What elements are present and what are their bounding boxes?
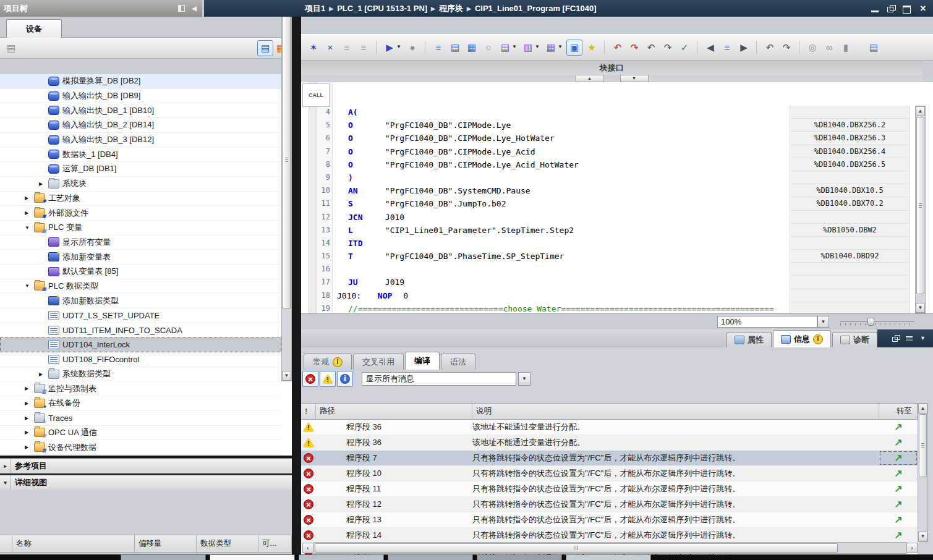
expand-inspector-button[interactable]: ▼	[919, 335, 927, 342]
taskbar-button[interactable]	[299, 554, 384, 560]
scrollbar-thumb[interactable]	[919, 414, 927, 477]
code-line[interactable]: 12 JCN J010	[301, 211, 790, 224]
navigate-block-icon[interactable]: ▶▼	[382, 40, 397, 55]
filter-info-button[interactable]	[337, 371, 353, 387]
severity-column-header[interactable]: !	[301, 404, 316, 419]
breadcrumb-item[interactable]: 项目1	[305, 3, 325, 14]
goto-cell[interactable]: ↗	[879, 497, 918, 512]
tree-item[interactable]: UDT104_InterLock	[0, 337, 281, 352]
insert-row-icon[interactable]: ≡	[339, 40, 354, 55]
restore-window-settings-icon[interactable]: ↷	[660, 40, 675, 55]
goto-next-error-icon[interactable]: ▶	[736, 40, 751, 55]
expander-icon[interactable]: ▶	[25, 386, 34, 391]
consistency-check-icon[interactable]: ✓	[677, 40, 692, 55]
tree-item[interactable]: ▶ ∿ Traces	[0, 411, 281, 426]
close-button[interactable]: ×	[918, 4, 928, 13]
hscrollbar-thumb[interactable]	[315, 543, 838, 553]
message-row[interactable]: 程序段 36 该地址不能通过变量进行分配。 ↗	[301, 435, 918, 451]
code-line[interactable]: 5 O "PrgFC1040_DB".CIPMode.Lye	[301, 119, 790, 132]
scrollbar-thumb[interactable]	[283, 11, 291, 309]
tree-item[interactable]: 显示所有变量	[0, 235, 281, 250]
free-comment-icon[interactable]: ▣	[566, 40, 582, 56]
expander-icon[interactable]: ▶	[25, 401, 34, 406]
add-row-icon[interactable]: ≡	[356, 40, 371, 55]
goto-cell[interactable]: ↗	[879, 435, 918, 450]
next-bookmark-icon[interactable]: ↷	[779, 40, 794, 55]
details-view-bar[interactable]: ▾ 详细视图	[0, 475, 292, 491]
code-line[interactable]: 7 O "PrgFC1040_DB".CIPMode.Lye_Acid	[301, 145, 790, 158]
discard-changes-icon[interactable]: ↶	[610, 40, 625, 55]
details-view-icon[interactable]: ▤	[257, 40, 273, 56]
tab-devices[interactable]: 设备	[6, 19, 62, 38]
taskbar-button[interactable]	[121, 554, 206, 560]
operand-display-icon[interactable]: ▥▼	[521, 40, 535, 55]
tree-item[interactable]: ▶ ▣ 外部源文件	[0, 206, 281, 221]
path-column-header[interactable]: 路径	[316, 404, 472, 419]
tree-item[interactable]: 输入输出快_DB_3 [DB12]	[0, 133, 281, 148]
collapse-panel-icon[interactable]: ◀	[190, 5, 198, 12]
tree-item[interactable]: ▶ ✱ 工艺对象	[0, 192, 281, 206]
previous-bookmark-icon[interactable]: ↶	[762, 40, 777, 55]
splitter-up-icon[interactable]: ▲	[576, 75, 604, 82]
symbol-info-icon[interactable]: ▦▼	[543, 40, 558, 55]
tree-item[interactable]: ▶ ▦ 设备代理数据	[0, 440, 281, 455]
code-line[interactable]: 9 )	[301, 171, 790, 184]
tree-item[interactable]: 数据块_1 [DB4]	[0, 147, 281, 162]
code-line[interactable]: 16	[301, 263, 790, 276]
tree-item[interactable]: 输入输出快_DB_1 [DB10]	[0, 103, 281, 118]
separator[interactable]	[799, 41, 800, 54]
filter-errors-button[interactable]	[302, 371, 318, 387]
code-line[interactable]: 13 L "CIP1_Line01_Parameter".StepTimer.S…	[301, 224, 790, 237]
inspector-subtab[interactable]: 常规 i	[304, 354, 352, 370]
expander-icon[interactable]: ▶	[39, 181, 48, 187]
message-row[interactable]: 程序段 36 该地址不能通过变量进行分配。 ↗	[301, 420, 918, 435]
expand-networks-icon[interactable]: ≡	[431, 40, 446, 55]
expander-icon[interactable]: ▶	[25, 415, 34, 421]
insert-network-icon[interactable]: ✶	[306, 40, 321, 55]
tree-item[interactable]: UDT7_LS_SETP_UPDATE	[0, 308, 281, 323]
stl-code-editor[interactable]: CALL 4 A( 5 O "PrgFC10	[301, 82, 933, 313]
tree-item[interactable]: 模拟量换算_DB [DB2]	[0, 74, 281, 89]
monitor-glasses-icon[interactable]: ∞	[822, 40, 837, 55]
call-button[interactable]: CALL	[302, 83, 330, 107]
tree-scrollbar[interactable]: ▲ ▼	[281, 0, 292, 381]
zoom-slider-thumb[interactable]	[867, 318, 874, 326]
goto-cell[interactable]: ↗	[879, 466, 918, 481]
collapse-inspector-button[interactable]	[905, 335, 913, 342]
messages-hscrollbar[interactable]: ‹ ›	[302, 542, 918, 554]
message-row[interactable]: 程序段 11 只有将跳转指令的状态位设置为"/FC"后，才能从布尔逻辑序列中进行…	[301, 482, 918, 497]
chevron-right-icon[interactable]: ▸	[0, 459, 11, 473]
minimize-button[interactable]	[870, 4, 880, 13]
code-line[interactable]: 11 S "PrgFC1040_DB".JumpTo.b02	[301, 197, 790, 210]
separator[interactable]	[756, 41, 757, 54]
code-line[interactable]: 8 O "PrgFC1040_DB".CIPMode.Lye_Acid_HotW…	[301, 158, 790, 171]
float-inspector-button[interactable]	[892, 335, 900, 342]
inspector-tab[interactable]: 信息 i	[773, 330, 831, 347]
inspector-subtab[interactable]: 交叉引用	[353, 354, 404, 370]
block-interface-bar[interactable]: 块接口	[301, 61, 922, 75]
new-item-icon[interactable]: ▤	[4, 41, 19, 56]
goto-previous-error-icon[interactable]: ◀	[703, 40, 718, 55]
zoom-dropdown-icon[interactable]: ▼	[817, 316, 829, 328]
zoom-select[interactable]: 100%	[717, 316, 817, 328]
tree-item[interactable]: ▶ ◎ OPC UA 通信	[0, 426, 281, 441]
delete-network-icon[interactable]: ×	[323, 40, 338, 55]
auto-collapse-icon[interactable]	[178, 5, 185, 12]
expander-icon[interactable]: ▶	[39, 371, 48, 377]
panel-divider[interactable]	[292, 0, 301, 554]
inspector-subtab[interactable]: 语法	[441, 354, 475, 370]
goto-cell[interactable]: ↗	[879, 482, 918, 496]
details-column-header[interactable]: 偏移量	[135, 535, 197, 553]
scrollbar-thumb[interactable]	[916, 117, 924, 294]
separator[interactable]	[425, 41, 426, 54]
description-column-header[interactable]: 说明	[472, 404, 879, 419]
goto-definition-icon[interactable]: ≡	[720, 40, 735, 55]
expander-icon[interactable]: ▶	[25, 210, 34, 216]
editor-scrollbar[interactable]: ▲ ▼	[915, 106, 926, 313]
code-line[interactable]: 4 A(	[301, 106, 790, 119]
restore-button[interactable]	[886, 4, 896, 13]
message-filter-dropdown[interactable]: 显示所有消息	[362, 372, 516, 386]
code-line[interactable]: 6 O "PrgFC1040_DB".CIPMode.Lye_HotWater	[301, 132, 790, 145]
code-line[interactable]: 18 J010: NOP 0	[301, 289, 790, 302]
goto-cell[interactable]: ↗	[879, 420, 918, 435]
